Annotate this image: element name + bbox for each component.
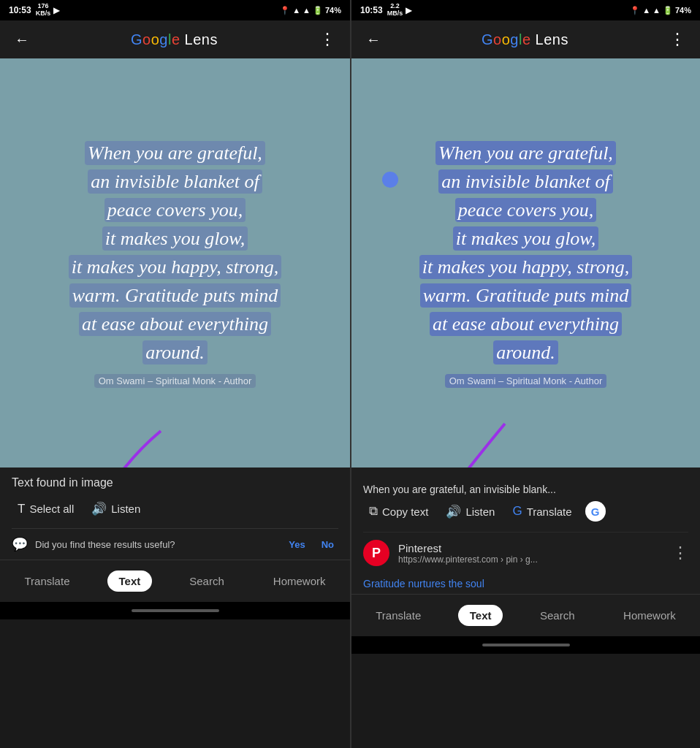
- translate-icon: G: [512, 504, 522, 519]
- selection-handle[interactable]: [382, 172, 398, 188]
- lens-text: Lens: [180, 31, 218, 47]
- status-right-left: 📍 ▲ ▲ 🔋 74%: [280, 6, 341, 15]
- r-google-g-blue: G: [482, 31, 493, 47]
- status-left-right: 10:53 2.2 MB/s ▶: [360, 3, 411, 18]
- nav-text-label-left: Text: [119, 575, 141, 587]
- listen-button-left[interactable]: 🔊 Listen: [85, 498, 146, 519]
- google-o-red: o: [142, 31, 151, 47]
- copy-text-button[interactable]: ⧉ Copy text: [363, 501, 434, 522]
- signal-icon: ▲: [303, 6, 311, 15]
- location-icon-right: 📍: [630, 6, 640, 15]
- arrow-right: [410, 416, 527, 468]
- google-search-button[interactable]: G: [584, 500, 607, 523]
- r-google-e-red: e: [522, 31, 531, 47]
- quote-text-right: When you are grateful, an invisible blan…: [419, 139, 633, 367]
- quote-line8: around.: [142, 340, 208, 365]
- nav-translate-left[interactable]: Translate: [13, 570, 82, 592]
- action-buttons-left: T Select all 🔊 Listen: [12, 498, 338, 519]
- arrow-left: [73, 424, 175, 468]
- panel-right: 10:53 2.2 MB/s ▶ 📍 ▲ ▲ 🔋 74% ← Google Le…: [350, 0, 700, 748]
- r-quote-line6: warm. Gratitude puts mind: [420, 283, 632, 308]
- status-time-left: 10:53: [9, 5, 31, 15]
- listen-label-left: Listen: [111, 503, 140, 515]
- nav-homework-right[interactable]: Homework: [612, 605, 688, 626]
- signal-icon-right: ▲: [653, 6, 661, 15]
- more-button-left[interactable]: ⋮: [316, 27, 338, 52]
- r-lens-text: Lens: [531, 31, 568, 47]
- more-button-right[interactable]: ⋮: [666, 27, 688, 52]
- translate-label: Translate: [527, 505, 572, 518]
- r-quote-line5: it makes you happy, strong,: [419, 255, 633, 279]
- home-indicator-right: [351, 636, 700, 654]
- feedback-yes-button[interactable]: Yes: [284, 538, 309, 552]
- app-title-right: Google Lens: [482, 31, 568, 48]
- nav-translate-label-right: Translate: [376, 609, 421, 622]
- bottom-panel-right: When you are grateful, an invisible blan…: [351, 468, 700, 594]
- listen-button-right[interactable]: 🔊 Listen: [440, 501, 501, 522]
- r-quote-line1: When you are grateful,: [435, 141, 616, 165]
- nav-search-left[interactable]: Search: [178, 570, 236, 592]
- app-title-left: Google Lens: [131, 31, 218, 48]
- bottom-panel-left: Text found in image T Select all 🔊 Liste…: [0, 468, 350, 560]
- status-bar-left: 10:53 176 KB/s ▶ 📍 ▲ ▲ 🔋 74%: [0, 0, 350, 20]
- nav-homework-left[interactable]: Homework: [262, 570, 338, 592]
- status-data-right: 2.2 MB/s: [387, 3, 403, 18]
- nav-search-label-right: Search: [540, 609, 575, 622]
- r-google-o-yellow: o: [502, 31, 511, 47]
- text-found-label: Text found in image: [12, 476, 338, 489]
- quote-text-left: When you are grateful, an invisible blan…: [69, 139, 282, 367]
- nav-homework-label-right: Homework: [623, 609, 676, 622]
- recording-icon-right: ▶: [406, 6, 411, 15]
- r-quote-line4: it makes you glow,: [453, 226, 599, 251]
- quote-line6: warm. Gratitude puts mind: [69, 283, 281, 308]
- back-button-left[interactable]: ←: [12, 28, 32, 51]
- quote-line7: at ease about everything: [79, 312, 271, 336]
- quote-container-right: When you are grateful, an invisible blan…: [397, 124, 655, 402]
- home-bar-right: [482, 644, 570, 646]
- select-all-button[interactable]: T Select all: [12, 499, 80, 519]
- feedback-no-button[interactable]: No: [317, 538, 338, 552]
- home-indicator-left: [0, 602, 350, 619]
- image-area-right: When you are grateful, an invisible blan…: [351, 58, 700, 468]
- action-buttons-right: ⧉ Copy text 🔊 Listen G Translate G: [363, 500, 688, 523]
- battery-icon-right: 🔋: [663, 6, 673, 15]
- google-e-red: e: [172, 31, 180, 47]
- r-google-g-blue2: g: [510, 31, 519, 47]
- nav-search-label-left: Search: [189, 575, 224, 587]
- listen-icon-right: 🔊: [446, 504, 461, 519]
- bottom-nav-right: Translate Text Search Homework: [351, 594, 700, 636]
- quote-author-left: Om Swami – Spiritual Monk - Author: [94, 374, 256, 388]
- pinterest-result[interactable]: P Pinterest https://www.pinterest.com › …: [363, 532, 688, 573]
- image-area-left: When you are grateful, an invisible blan…: [0, 58, 350, 468]
- nav-text-left[interactable]: Text: [107, 570, 153, 592]
- feedback-row: 💬 Did you find these results useful? Yes…: [12, 528, 338, 560]
- copy-icon: ⧉: [369, 504, 378, 519]
- google-o-yellow: o: [151, 31, 160, 47]
- pinterest-more-button[interactable]: ⋮: [672, 543, 688, 562]
- header-left: ← Google Lens ⋮: [0, 20, 350, 58]
- nav-translate-right[interactable]: Translate: [364, 605, 433, 626]
- nav-homework-label-left: Homework: [273, 575, 326, 587]
- quote-line2: an invisible blanket of: [88, 169, 262, 194]
- feedback-text: Did you find these results useful?: [35, 539, 277, 550]
- google-g-icon: G: [585, 501, 606, 522]
- translate-button-right[interactable]: G Translate: [506, 501, 577, 522]
- battery-icon: 🔋: [313, 6, 323, 15]
- nav-text-right[interactable]: Text: [458, 605, 503, 626]
- r-quote-author: Om Swami – Spiritual Monk - Author: [445, 374, 607, 388]
- nav-search-right[interactable]: Search: [528, 605, 587, 626]
- bottom-nav-left: Translate Text Search Homework: [0, 560, 350, 602]
- location-icon: 📍: [280, 6, 290, 15]
- back-button-right[interactable]: ←: [363, 28, 384, 51]
- pinterest-info: Pinterest https://www.pinterest.com › pi…: [398, 542, 663, 565]
- gratitude-link[interactable]: Gratitude nurtures the soul: [363, 573, 688, 594]
- quote-line5: it makes you happy, strong,: [69, 255, 282, 279]
- quote-container-left: When you are grateful, an invisible blan…: [47, 124, 304, 402]
- panel-left: 10:53 176 KB/s ▶ 📍 ▲ ▲ 🔋 74% ← Google Le…: [0, 0, 350, 748]
- google-g-blue2: g: [159, 31, 168, 47]
- pinterest-icon: P: [363, 540, 389, 566]
- pinterest-url: https://www.pinterest.com › pin › g...: [398, 554, 663, 565]
- status-data-left: 176 KB/s: [36, 3, 51, 18]
- pinterest-title: Pinterest: [398, 542, 663, 554]
- status-right-right: 📍 ▲ ▲ 🔋 74%: [630, 6, 691, 15]
